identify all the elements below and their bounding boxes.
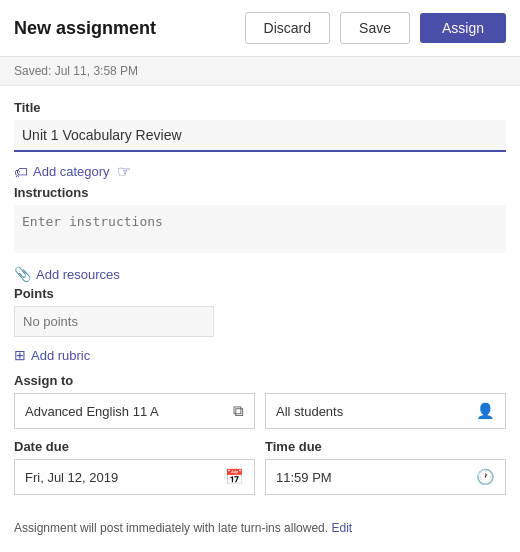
add-resources-label: Add resources [36,267,120,282]
points-label: Points [14,286,506,301]
class-col: Advanced English 11 A ⧉ [14,393,255,429]
date-due-value: Fri, Jul 12, 2019 [25,470,225,485]
assign-button[interactable]: Assign [420,13,506,43]
time-due-col: Time due 11:59 PM 🕐 [265,439,506,495]
footer-note-text: Assignment will post immediately with la… [14,521,328,535]
header: New assignment Discard Save Assign [0,0,520,57]
time-due-field[interactable]: 11:59 PM 🕐 [265,459,506,495]
tag-icon: 🏷 [14,164,28,180]
title-input[interactable] [14,120,506,152]
instructions-section: Instructions [14,185,506,256]
assign-to-label: Assign to [14,373,506,388]
add-resources-link[interactable]: 📎 Add resources [14,266,120,282]
students-field[interactable]: All students 👤 [265,393,506,429]
calendar-icon: 📅 [225,468,244,486]
date-due-label: Date due [14,439,255,454]
add-rubric-label: Add rubric [31,348,90,363]
add-person-icon: 👤 [476,402,495,420]
assign-to-row: Advanced English 11 A ⧉ All students 👤 [14,393,506,429]
grid-icon: ⊞ [14,347,26,363]
title-section: Title [14,100,506,152]
time-due-label: Time due [265,439,506,454]
footer-note: Assignment will post immediately with la… [0,515,520,545]
points-section: Points [14,286,506,337]
paperclip-icon: 📎 [14,266,31,282]
add-category-label: Add category [33,164,110,179]
page-title: New assignment [14,18,235,39]
instructions-input[interactable] [14,205,506,253]
time-due-value: 11:59 PM [276,470,476,485]
due-row: Date due Fri, Jul 12, 2019 📅 Time due 11… [14,439,506,495]
saved-status: Saved: Jul 11, 3:58 PM [14,64,138,78]
add-category-link[interactable]: 🏷 Add category ☞ [14,162,131,181]
class-field[interactable]: Advanced English 11 A ⧉ [14,393,255,429]
cursor-icon: ☞ [117,162,131,181]
points-input[interactable] [14,306,214,337]
date-due-col: Date due Fri, Jul 12, 2019 📅 [14,439,255,495]
students-col: All students 👤 [265,393,506,429]
form-body: Title 🏷 Add category ☞ Instructions 📎 Ad… [0,86,520,515]
save-button[interactable]: Save [340,12,410,44]
instructions-label: Instructions [14,185,506,200]
discard-button[interactable]: Discard [245,12,330,44]
footer-edit-link[interactable]: Edit [331,521,352,535]
title-label: Title [14,100,506,115]
clock-icon: 🕐 [476,468,495,486]
assign-to-section: Assign to Advanced English 11 A ⧉ All st… [14,373,506,429]
copy-icon: ⧉ [233,402,244,420]
saved-bar: Saved: Jul 11, 3:58 PM [0,57,520,86]
add-rubric-link[interactable]: ⊞ Add rubric [14,347,90,363]
date-due-field[interactable]: Fri, Jul 12, 2019 📅 [14,459,255,495]
students-value: All students [276,404,476,419]
class-value: Advanced English 11 A [25,404,233,419]
